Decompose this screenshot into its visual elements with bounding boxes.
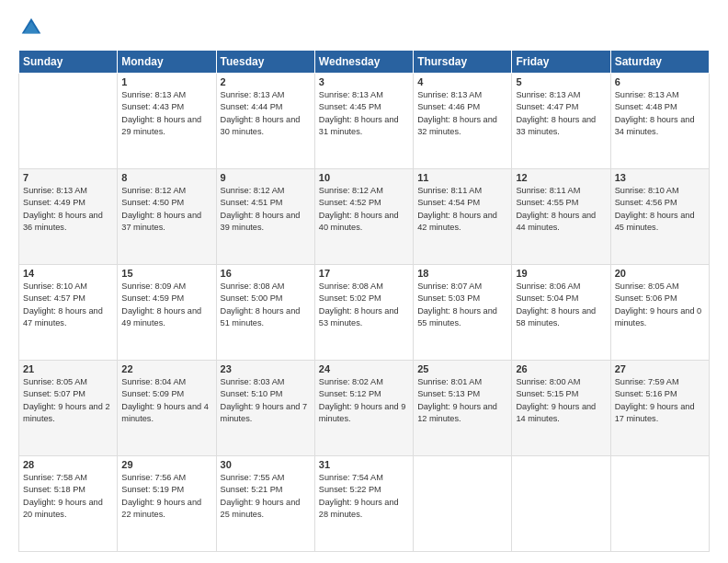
- day-info: Sunrise: 8:12 AMSunset: 4:52 PMDaylight:…: [319, 185, 409, 234]
- day-number: 31: [319, 459, 409, 470]
- calendar-cell: [19, 74, 118, 169]
- day-number: 25: [417, 363, 507, 374]
- day-number: 15: [121, 268, 211, 279]
- calendar-week-row: 1Sunrise: 8:13 AMSunset: 4:43 PMDaylight…: [19, 74, 710, 169]
- calendar-cell: 19Sunrise: 8:06 AMSunset: 5:04 PMDayligh…: [512, 265, 610, 361]
- calendar-cell: 3Sunrise: 8:13 AMSunset: 4:45 PMDaylight…: [314, 74, 413, 169]
- calendar-cell: 4Sunrise: 8:13 AMSunset: 4:46 PMDaylight…: [414, 74, 512, 169]
- calendar-table: SundayMondayTuesdayWednesdayThursdayFrid…: [18, 50, 710, 552]
- day-info: Sunrise: 8:07 AMSunset: 5:03 PMDaylight:…: [417, 281, 507, 329]
- day-number: 27: [615, 363, 705, 374]
- day-info: Sunrise: 8:06 AMSunset: 5:04 PMDaylight:…: [516, 281, 606, 329]
- day-info: Sunrise: 8:09 AMSunset: 4:59 PMDaylight:…: [121, 281, 211, 329]
- weekday-header: Sunday: [19, 51, 118, 74]
- calendar-cell: 17Sunrise: 8:08 AMSunset: 5:02 PMDayligh…: [314, 265, 413, 361]
- calendar-week-row: 14Sunrise: 8:10 AMSunset: 4:57 PMDayligh…: [19, 265, 710, 361]
- day-info: Sunrise: 8:03 AMSunset: 5:10 PMDaylight:…: [221, 376, 311, 425]
- day-info: Sunrise: 8:13 AMSunset: 4:47 PMDaylight:…: [516, 89, 606, 138]
- day-number: 2: [221, 76, 311, 87]
- day-info: Sunrise: 8:13 AMSunset: 4:49 PMDaylight:…: [23, 185, 113, 234]
- calendar-cell: 11Sunrise: 8:11 AMSunset: 4:54 PMDayligh…: [414, 169, 512, 265]
- day-info: Sunrise: 8:12 AMSunset: 4:51 PMDaylight:…: [221, 185, 311, 234]
- logo: [18, 15, 48, 40]
- day-number: 4: [417, 76, 507, 87]
- day-info: Sunrise: 8:13 AMSunset: 4:48 PMDaylight:…: [615, 89, 705, 138]
- calendar-cell: 16Sunrise: 8:08 AMSunset: 5:00 PMDayligh…: [216, 265, 314, 361]
- calendar-cell: 10Sunrise: 8:12 AMSunset: 4:52 PMDayligh…: [314, 169, 413, 265]
- weekday-header: Friday: [512, 51, 610, 74]
- calendar-cell: 13Sunrise: 8:10 AMSunset: 4:56 PMDayligh…: [610, 169, 709, 265]
- day-number: 17: [319, 268, 409, 279]
- calendar-cell: 31Sunrise: 7:54 AMSunset: 5:22 PMDayligh…: [314, 456, 413, 552]
- calendar-cell: 18Sunrise: 8:07 AMSunset: 5:03 PMDayligh…: [414, 265, 512, 361]
- calendar-cell: [610, 456, 709, 552]
- day-number: 11: [417, 172, 507, 183]
- day-number: 29: [121, 459, 211, 470]
- calendar-week-row: 7Sunrise: 8:13 AMSunset: 4:49 PMDaylight…: [19, 169, 710, 265]
- day-number: 3: [319, 76, 409, 87]
- calendar-cell: 26Sunrise: 8:00 AMSunset: 5:15 PMDayligh…: [512, 361, 610, 456]
- day-number: 16: [221, 268, 311, 279]
- day-number: 20: [615, 268, 705, 279]
- day-info: Sunrise: 8:10 AMSunset: 4:57 PMDaylight:…: [23, 281, 113, 329]
- day-info: Sunrise: 7:58 AMSunset: 5:18 PMDaylight:…: [23, 472, 113, 521]
- day-number: 1: [121, 76, 211, 87]
- weekday-header: Monday: [118, 51, 216, 74]
- calendar-cell: 5Sunrise: 8:13 AMSunset: 4:47 PMDaylight…: [512, 74, 610, 169]
- day-number: 30: [221, 459, 311, 470]
- day-number: 24: [319, 363, 409, 374]
- day-number: 13: [615, 172, 705, 183]
- day-number: 12: [516, 172, 606, 183]
- day-info: Sunrise: 7:55 AMSunset: 5:21 PMDaylight:…: [221, 472, 311, 521]
- day-info: Sunrise: 8:10 AMSunset: 4:56 PMDaylight:…: [615, 185, 705, 234]
- calendar-cell: 21Sunrise: 8:05 AMSunset: 5:07 PMDayligh…: [19, 361, 118, 456]
- day-number: 19: [516, 268, 606, 279]
- calendar-cell: 12Sunrise: 8:11 AMSunset: 4:55 PMDayligh…: [512, 169, 610, 265]
- day-number: 21: [23, 363, 113, 374]
- calendar-cell: 25Sunrise: 8:01 AMSunset: 5:13 PMDayligh…: [414, 361, 512, 456]
- calendar-cell: 27Sunrise: 7:59 AMSunset: 5:16 PMDayligh…: [610, 361, 709, 456]
- calendar-cell: 29Sunrise: 7:56 AMSunset: 5:19 PMDayligh…: [118, 456, 216, 552]
- day-info: Sunrise: 7:56 AMSunset: 5:19 PMDaylight:…: [121, 472, 211, 521]
- day-number: 5: [516, 76, 606, 87]
- calendar-cell: 30Sunrise: 7:55 AMSunset: 5:21 PMDayligh…: [216, 456, 314, 552]
- day-info: Sunrise: 7:54 AMSunset: 5:22 PMDaylight:…: [319, 472, 409, 521]
- day-info: Sunrise: 8:12 AMSunset: 4:50 PMDaylight:…: [121, 185, 211, 234]
- day-number: 7: [23, 172, 113, 183]
- calendar-cell: 22Sunrise: 8:04 AMSunset: 5:09 PMDayligh…: [118, 361, 216, 456]
- calendar-cell: 8Sunrise: 8:12 AMSunset: 4:50 PMDaylight…: [118, 169, 216, 265]
- calendar-cell: 20Sunrise: 8:05 AMSunset: 5:06 PMDayligh…: [610, 265, 709, 361]
- weekday-header: Tuesday: [216, 51, 314, 74]
- calendar-cell: 2Sunrise: 8:13 AMSunset: 4:44 PMDaylight…: [216, 74, 314, 169]
- weekday-header: Wednesday: [314, 51, 413, 74]
- day-info: Sunrise: 8:00 AMSunset: 5:15 PMDaylight:…: [516, 376, 606, 425]
- day-info: Sunrise: 8:11 AMSunset: 4:54 PMDaylight:…: [417, 185, 507, 234]
- day-info: Sunrise: 8:13 AMSunset: 4:44 PMDaylight:…: [221, 89, 311, 138]
- day-info: Sunrise: 8:11 AMSunset: 4:55 PMDaylight:…: [516, 185, 606, 234]
- weekday-header: Saturday: [610, 51, 709, 74]
- calendar-cell: 23Sunrise: 8:03 AMSunset: 5:10 PMDayligh…: [216, 361, 314, 456]
- day-number: 28: [23, 459, 113, 470]
- header: [18, 15, 710, 40]
- day-info: Sunrise: 8:13 AMSunset: 4:46 PMDaylight:…: [417, 89, 507, 138]
- day-number: 18: [417, 268, 507, 279]
- calendar-cell: 6Sunrise: 8:13 AMSunset: 4:48 PMDaylight…: [610, 74, 709, 169]
- logo-icon: [18, 15, 44, 40]
- day-info: Sunrise: 7:59 AMSunset: 5:16 PMDaylight:…: [615, 376, 705, 425]
- day-number: 26: [516, 363, 606, 374]
- day-info: Sunrise: 8:08 AMSunset: 5:02 PMDaylight:…: [319, 281, 409, 329]
- day-number: 22: [121, 363, 211, 374]
- calendar-cell: 7Sunrise: 8:13 AMSunset: 4:49 PMDaylight…: [19, 169, 118, 265]
- calendar-cell: 14Sunrise: 8:10 AMSunset: 4:57 PMDayligh…: [19, 265, 118, 361]
- day-info: Sunrise: 8:05 AMSunset: 5:07 PMDaylight:…: [23, 376, 113, 425]
- day-number: 9: [221, 172, 311, 183]
- day-info: Sunrise: 8:04 AMSunset: 5:09 PMDaylight:…: [121, 376, 211, 425]
- calendar-cell: 15Sunrise: 8:09 AMSunset: 4:59 PMDayligh…: [118, 265, 216, 361]
- calendar-header-row: SundayMondayTuesdayWednesdayThursdayFrid…: [19, 51, 710, 74]
- calendar-week-row: 28Sunrise: 7:58 AMSunset: 5:18 PMDayligh…: [19, 456, 710, 552]
- calendar-cell: [512, 456, 610, 552]
- day-info: Sunrise: 8:01 AMSunset: 5:13 PMDaylight:…: [417, 376, 507, 425]
- calendar-cell: [414, 456, 512, 552]
- page: SundayMondayTuesdayWednesdayThursdayFrid…: [0, 0, 728, 563]
- weekday-header: Thursday: [414, 51, 512, 74]
